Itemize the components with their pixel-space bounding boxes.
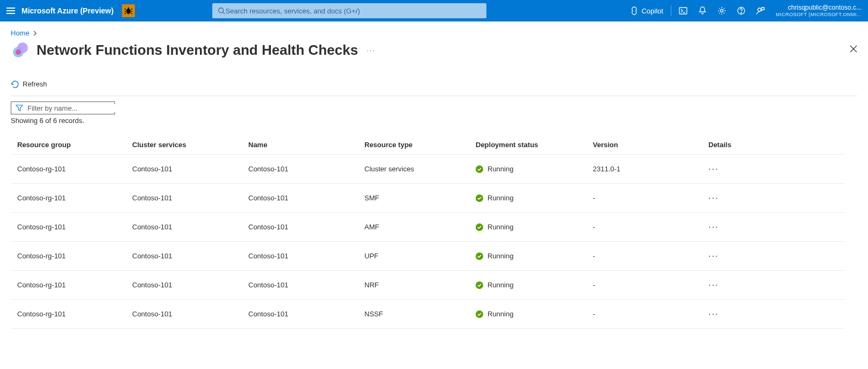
cell-version: - [593,281,708,289]
col-header-resource-group[interactable]: Resource group [17,141,132,149]
account-menu-button[interactable]: chrisqpublic@contoso.c... MICROSOFT (MIC… [776,4,868,17]
cell-deployment-status: Running [476,252,593,260]
results-table: Resource group Cluster services Name Res… [11,135,844,329]
col-header-version[interactable]: Version [593,141,708,149]
table-row[interactable]: Contoso-rg-101Contoso-101Contoso-101AMFR… [11,213,844,242]
cell-deployment-status: Running [476,165,593,173]
refresh-icon [11,80,19,89]
content-area: Home Network Functions Inventory and Hea… [0,21,868,339]
svg-line-12 [223,12,225,15]
cell-deployment-status: Running [476,223,593,231]
brand-label[interactable]: Microsoft Azure (Preview) [21,6,120,15]
filter-box[interactable] [11,102,115,114]
cell-name: Contoso-101 [248,223,364,231]
svg-point-15 [721,10,723,12]
help-button[interactable] [731,0,751,21]
cell-resource-group: Contoso-rg-101 [17,281,132,289]
breadcrumb-home-link[interactable]: Home [11,29,30,37]
cell-resource-group: Contoso-rg-101 [17,223,132,231]
copilot-icon [630,6,639,15]
cell-resource-type: NRF [364,281,476,289]
svg-point-18 [758,8,761,11]
hamburger-menu-button[interactable] [0,6,21,15]
copilot-button[interactable]: Copilot [625,0,669,21]
help-icon [737,6,745,15]
cell-version: - [593,223,708,231]
row-context-menu-button[interactable]: ··· [708,251,719,261]
row-context-menu-button[interactable]: ··· [708,193,719,202]
cell-resource-group: Contoso-rg-101 [17,194,132,202]
close-panel-button[interactable] [850,45,857,55]
svg-point-11 [219,8,224,13]
filter-icon [16,104,23,112]
row-context-menu-button[interactable]: ··· [708,309,719,319]
cell-details: ··· [708,165,751,173]
cell-resource-type: NSSF [364,310,476,318]
feedback-button[interactable] [751,0,770,21]
title-more-button[interactable]: ··· [367,46,376,54]
close-icon [850,45,857,53]
col-header-details[interactable]: Details [708,141,751,149]
cell-resource-group: Contoso-rg-101 [17,165,132,173]
breadcrumb: Home [11,29,857,37]
svg-line-6 [131,9,132,10]
table-row[interactable]: Contoso-rg-101Contoso-101Contoso-101NRFR… [11,271,844,300]
table-row[interactable]: Contoso-rg-101Contoso-101Contoso-101SMFR… [11,184,844,213]
hamburger-icon [6,6,15,15]
status-success-icon [476,281,483,289]
table-row[interactable]: Contoso-rg-101Contoso-101Contoso-101UPFR… [11,242,844,271]
page-header: Network Functions Inventory and Health C… [11,40,857,60]
svg-line-9 [125,13,126,14]
row-context-menu-button[interactable]: ··· [708,222,719,231]
gear-icon [718,6,726,15]
svg-rect-4 [128,8,129,9]
cell-resource-group: Contoso-rg-101 [17,252,132,260]
row-context-menu-button[interactable]: ··· [708,280,719,290]
cell-cluster-services: Contoso-101 [132,281,248,289]
col-header-name[interactable]: Name [248,141,364,149]
svg-rect-13 [679,8,687,14]
table-row[interactable]: Contoso-rg-101Contoso-101Contoso-101Clus… [11,155,844,184]
copilot-label: Copilot [642,7,663,15]
filter-area [11,102,857,114]
resource-icon [11,40,30,60]
status-success-icon [476,165,483,173]
global-search-input[interactable] [225,7,481,15]
cell-version: 2311.0-1 [593,165,708,173]
top-bar-right: Copilot chrisqpublic@contoso.c... MICROS… [625,0,868,21]
refresh-button[interactable]: Refresh [11,80,47,89]
table-body: Contoso-rg-101Contoso-101Contoso-101Clus… [11,155,844,329]
cell-version: - [593,252,708,260]
record-count-label: Showing 6 of 6 records. [11,117,857,125]
page-title: Network Functions Inventory and Health C… [37,42,358,59]
cell-name: Contoso-101 [248,165,364,173]
cell-resource-type: Cluster services [364,165,476,173]
col-header-resource-type[interactable]: Resource type [364,141,476,149]
col-header-cluster-services[interactable]: Cluster services [132,141,248,149]
svg-rect-1 [6,10,15,11]
svg-point-17 [741,12,741,13]
notifications-button[interactable] [693,0,712,21]
cell-resource-group: Contoso-rg-101 [17,310,132,318]
svg-line-10 [131,13,132,14]
svg-point-3 [126,9,131,14]
cell-cluster-services: Contoso-101 [132,310,248,318]
svg-rect-2 [6,13,15,14]
table-row[interactable]: Contoso-rg-101Contoso-101Contoso-101NSSF… [11,300,844,329]
global-search-box[interactable] [212,3,486,18]
cell-version: - [593,310,708,318]
col-header-deployment-status[interactable]: Deployment status [476,141,593,149]
cell-name: Contoso-101 [248,194,364,202]
cell-details: ··· [708,194,751,202]
cloud-shell-icon [679,6,687,15]
settings-button[interactable] [712,0,731,21]
cloud-shell-button[interactable] [673,0,693,21]
search-icon [218,7,225,15]
row-context-menu-button[interactable]: ··· [708,164,719,173]
search-container [212,3,486,18]
cell-cluster-services: Contoso-101 [132,194,248,202]
preview-bug-button[interactable] [122,4,135,17]
filter-input[interactable] [27,104,118,112]
command-bar: Refresh [11,78,857,96]
cell-cluster-services: Contoso-101 [132,165,248,173]
